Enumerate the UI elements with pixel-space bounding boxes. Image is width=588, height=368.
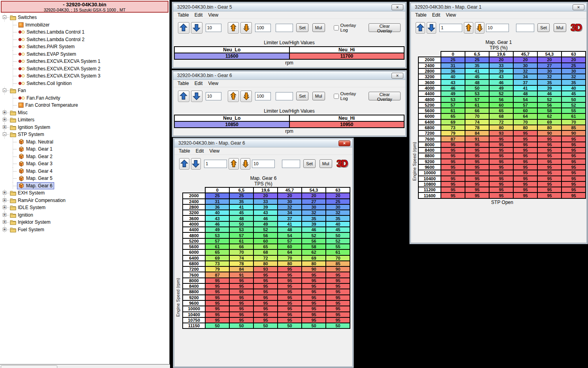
overlay-log-checkbox[interactable]: [334, 25, 339, 30]
map-cell[interactable]: 95: [489, 164, 513, 170]
map-cell[interactable]: 95: [465, 164, 489, 170]
map-cell[interactable]: 95: [513, 159, 537, 164]
map-cell[interactable]: 95: [278, 283, 302, 289]
map-cell[interactable]: 20: [537, 57, 562, 62]
menu-table[interactable]: Table: [175, 81, 192, 86]
map-cell[interactable]: 80: [489, 125, 513, 130]
mul-button[interactable]: Mul: [312, 92, 325, 100]
menu-edit[interactable]: Edit: [429, 12, 443, 18]
tree-item-switches-coil-ignition[interactable]: Switches.Coil Ignition: [0, 80, 169, 87]
map-cell[interactable]: 95: [537, 192, 562, 198]
map-cell[interactable]: 95: [253, 300, 278, 306]
map-cell[interactable]: 95: [205, 289, 229, 294]
tree-item-switches[interactable]: -Switches: [0, 14, 169, 21]
map-cell[interactable]: 31: [205, 199, 229, 204]
clear-overlay-button[interactable]: Clear Overlay: [369, 92, 401, 100]
tree-item-label-wrap[interactable]: Switches: [9, 14, 38, 21]
map-cell[interactable]: 95: [326, 300, 350, 306]
map-cell[interactable]: 95: [326, 289, 350, 294]
tree-item-exh-system[interactable]: +EXH System: [0, 189, 169, 197]
map-cell[interactable]: 80: [253, 261, 278, 266]
map-cell[interactable]: 72: [253, 255, 278, 261]
map-cell[interactable]: 34: [278, 210, 302, 215]
map-cell[interactable]: 95: [537, 147, 562, 153]
map-cell[interactable]: 95: [205, 300, 229, 306]
mul-button[interactable]: Mul: [312, 23, 325, 32]
map-cell[interactable]: 95: [489, 153, 513, 159]
map-cell[interactable]: 95: [441, 181, 465, 187]
map-cell[interactable]: 95: [513, 170, 537, 176]
map-cell[interactable]: 95: [205, 306, 229, 311]
map-cell[interactable]: 50: [302, 323, 326, 328]
map-cell[interactable]: 95: [302, 283, 326, 289]
map-cell[interactable]: 95: [513, 187, 537, 192]
map-cell[interactable]: 95: [278, 295, 302, 300]
map-cell[interactable]: 95: [465, 170, 489, 176]
map-cell[interactable]: 40: [562, 85, 586, 91]
menu-table[interactable]: Table: [412, 12, 429, 18]
map-cell[interactable]: 68: [253, 249, 278, 255]
map-cell[interactable]: 27: [537, 63, 562, 68]
menu-view[interactable]: View: [205, 81, 221, 86]
map-cell[interactable]: 35: [302, 215, 326, 221]
map-cell[interactable]: 95: [562, 153, 586, 159]
map-cell[interactable]: 84: [229, 266, 253, 272]
tree-item-switches-pair-system[interactable]: Switches.PAIR System: [0, 43, 169, 51]
menu-table[interactable]: Table: [176, 148, 193, 154]
titlebar-gear5[interactable]: 32920-04K30.bin - Gear 5 ×: [173, 3, 405, 11]
map-cell[interactable]: 95: [489, 142, 513, 147]
tree-item-label-wrap[interactable]: Fuel System: [9, 226, 46, 233]
map-cell[interactable]: 95: [302, 312, 326, 317]
map-cell[interactable]: 95: [562, 176, 586, 181]
close-icon[interactable]: ×: [573, 4, 584, 10]
tree-item-label-wrap[interactable]: Misc: [9, 109, 29, 116]
limiter-low-cell[interactable]: 10850: [174, 121, 289, 128]
map-cell[interactable]: 46: [441, 85, 465, 91]
menu-view[interactable]: View: [206, 148, 222, 154]
map-cell[interactable]: 79: [441, 130, 465, 136]
map-cell[interactable]: 25: [229, 193, 253, 198]
map-cell[interactable]: 56: [253, 232, 278, 238]
close-icon[interactable]: ×: [338, 140, 350, 146]
big-increment-up-button[interactable]: [464, 22, 473, 34]
map-cell[interactable]: 61: [229, 238, 253, 244]
map-cell[interactable]: 95: [513, 142, 537, 147]
map-cell[interactable]: 50: [278, 323, 302, 328]
tree-item-label-wrap[interactable]: Switches.EXCVA.EXCVA System 2: [17, 65, 102, 72]
map-cell[interactable]: 95: [229, 317, 253, 323]
map-cell[interactable]: 50: [229, 323, 253, 328]
map-cell[interactable]: 57: [465, 96, 489, 102]
map-cell[interactable]: 35: [465, 63, 489, 68]
map-cell[interactable]: 95: [441, 142, 465, 147]
map-cell[interactable]: 84: [465, 130, 489, 136]
map-cell[interactable]: 57: [278, 238, 302, 244]
map-cell[interactable]: 95: [562, 170, 586, 176]
big-increment-down-button[interactable]: [475, 22, 484, 34]
tree-item-injektor-system[interactable]: +Injektor System: [0, 219, 169, 226]
map-cell[interactable]: 74: [229, 255, 253, 261]
map-cell[interactable]: 40: [326, 221, 350, 227]
tree-item-label-wrap[interactable]: Switches.Lambda Control 2: [17, 36, 86, 43]
map-cell[interactable]: 25: [205, 193, 229, 198]
map-cell[interactable]: 50: [465, 85, 489, 91]
map-cell[interactable]: 30: [562, 68, 586, 74]
map-cell[interactable]: 69: [441, 119, 465, 125]
tree-item-stp-system[interactable]: -STP System: [0, 131, 169, 138]
menu-edit[interactable]: Edit: [192, 81, 206, 86]
expand-toggle-icon[interactable]: +: [3, 206, 6, 209]
tree-item-label-wrap[interactable]: Ignition: [9, 211, 35, 219]
tree-item-label-wrap[interactable]: Map. Gear 1: [17, 145, 54, 153]
expand-toggle-icon[interactable]: +: [3, 118, 6, 121]
map-cell[interactable]: 46: [489, 79, 513, 85]
map-cell[interactable]: 95: [253, 306, 278, 311]
map-cell[interactable]: 32: [278, 204, 302, 210]
map-cell[interactable]: 91: [465, 136, 489, 142]
map-cell[interactable]: 95: [465, 147, 489, 153]
tree-item-label-wrap[interactable]: Switches.EXCVA.EXCVA System 3: [17, 72, 102, 79]
map-cell[interactable]: 56: [302, 238, 326, 244]
map-cell[interactable]: 66: [465, 108, 489, 113]
map-cell[interactable]: 95: [278, 300, 302, 306]
map-cell[interactable]: 52: [326, 238, 350, 244]
tree-item-label-wrap[interactable]: Fan: [9, 87, 28, 94]
set-button[interactable]: Set: [303, 159, 316, 168]
